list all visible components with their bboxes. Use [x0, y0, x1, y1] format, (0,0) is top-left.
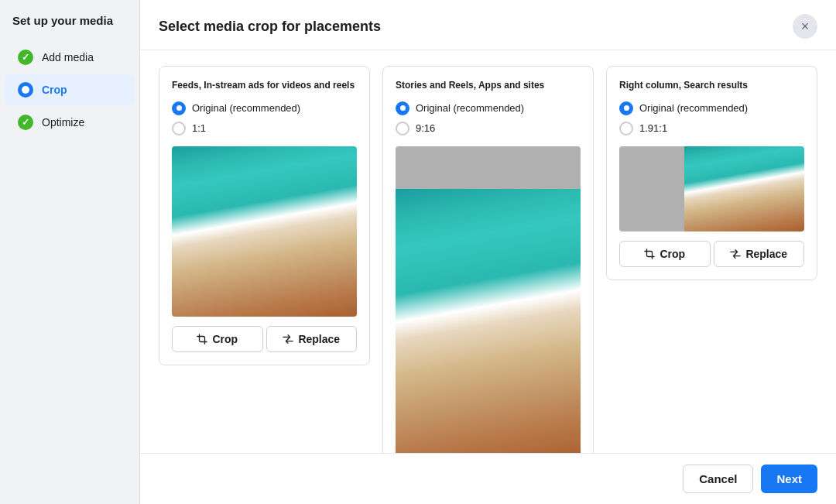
- image-preview-stories: [396, 146, 581, 453]
- radio-rightcol-191[interactable]: 1.91:1: [619, 122, 804, 135]
- sidebar-title: Set up your media: [0, 14, 139, 41]
- radio-circle-feeds-1to1: [172, 122, 186, 135]
- radio-circle-stories-916: [396, 122, 409, 135]
- radio-group-stories: Original (recommended) 9:16: [396, 101, 581, 135]
- crop-active-icon: [17, 81, 34, 98]
- crop-button-feeds[interactable]: Crop: [172, 326, 263, 352]
- cancel-button[interactable]: Cancel: [683, 465, 753, 493]
- radio-label-stories-916: 9:16: [416, 122, 435, 134]
- radio-label-stories-original: Original (recommended): [416, 102, 524, 114]
- right-col-gray-left: [619, 146, 684, 231]
- check-icon-optimize: ✓: [17, 114, 34, 131]
- radio-group-feeds: Original (recommended) 1:1: [172, 101, 357, 135]
- sidebar-item-label: Crop: [42, 84, 67, 96]
- crop-button-right-col[interactable]: Crop: [619, 241, 711, 267]
- modal-title: Select media crop for placements: [159, 19, 381, 35]
- check-icon: ✓: [17, 49, 34, 66]
- radio-circle-rightcol-191: [619, 122, 633, 135]
- placement-card-feeds: Feeds, In-stream ads for videos and reel…: [159, 66, 370, 365]
- radio-label-rightcol-original: Original (recommended): [639, 102, 748, 114]
- replace-button-feeds[interactable]: Replace: [266, 326, 358, 352]
- cards-container: Feeds, In-stream ads for videos and reel…: [140, 50, 836, 453]
- image-preview-feeds: [172, 146, 357, 317]
- card-actions-right-col: Crop Replace: [619, 241, 804, 267]
- sidebar-item-add-media[interactable]: ✓ Add media: [5, 42, 135, 73]
- card-stories-title: Stories and Reels, Apps and sites: [396, 79, 581, 92]
- stories-gray-top: [396, 146, 581, 189]
- placement-card-stories: Stories and Reels, Apps and sites Origin…: [382, 66, 594, 453]
- next-button[interactable]: Next: [761, 465, 817, 493]
- sidebar-item-crop[interactable]: Crop: [5, 74, 135, 105]
- card-feeds-title: Feeds, In-stream ads for videos and reel…: [172, 79, 357, 92]
- card-actions-feeds: Crop Replace: [172, 326, 357, 352]
- sidebar-item-optimize[interactable]: ✓ Optimize: [5, 107, 135, 138]
- image-preview-right-col: [619, 146, 804, 231]
- stories-image-wrapper: [396, 146, 581, 453]
- radio-rightcol-original[interactable]: Original (recommended): [619, 101, 804, 115]
- radio-circle-stories-original: [396, 101, 409, 115]
- right-col-image-wrapper: [619, 146, 804, 231]
- replace-icon-right-col: [730, 249, 741, 259]
- modal-header: Select media crop for placements ×: [140, 0, 836, 50]
- radio-feeds-original[interactable]: Original (recommended): [172, 101, 357, 115]
- sidebar-item-label: Optimize: [42, 116, 84, 129]
- modal-area: Select media crop for placements × Feeds…: [139, 0, 836, 504]
- crop-icon-right-col: [644, 249, 655, 259]
- radio-group-right-col: Original (recommended) 1.91:1: [619, 101, 804, 135]
- radio-label-rightcol-191: 1.91:1: [639, 122, 667, 134]
- crop-icon: [197, 334, 207, 345]
- sidebar-item-label: Add media: [42, 51, 94, 63]
- radio-feeds-1to1[interactable]: 1:1: [172, 122, 357, 135]
- beach-image-stories: [396, 189, 581, 453]
- modal-footer: Cancel Next: [140, 453, 836, 504]
- radio-label-feeds-original: Original (recommended): [192, 102, 300, 114]
- replace-button-right-col[interactable]: Replace: [714, 241, 805, 267]
- beach-image-right-col: [684, 146, 804, 231]
- radio-stories-916[interactable]: 9:16: [396, 122, 581, 135]
- replace-icon: [283, 334, 293, 345]
- sidebar: Set up your media ✓ Add media Crop ✓ Opt…: [0, 0, 139, 504]
- radio-circle-feeds-original: [172, 101, 186, 115]
- radio-circle-rightcol-original: [619, 101, 633, 115]
- placement-card-right-column: Right column, Search results Original (r…: [606, 66, 817, 280]
- card-right-col-title: Right column, Search results: [619, 79, 804, 92]
- beach-image-feeds: [172, 146, 357, 317]
- radio-stories-original[interactable]: Original (recommended): [396, 101, 581, 115]
- radio-label-feeds-1to1: 1:1: [192, 122, 206, 134]
- close-button[interactable]: ×: [793, 14, 817, 39]
